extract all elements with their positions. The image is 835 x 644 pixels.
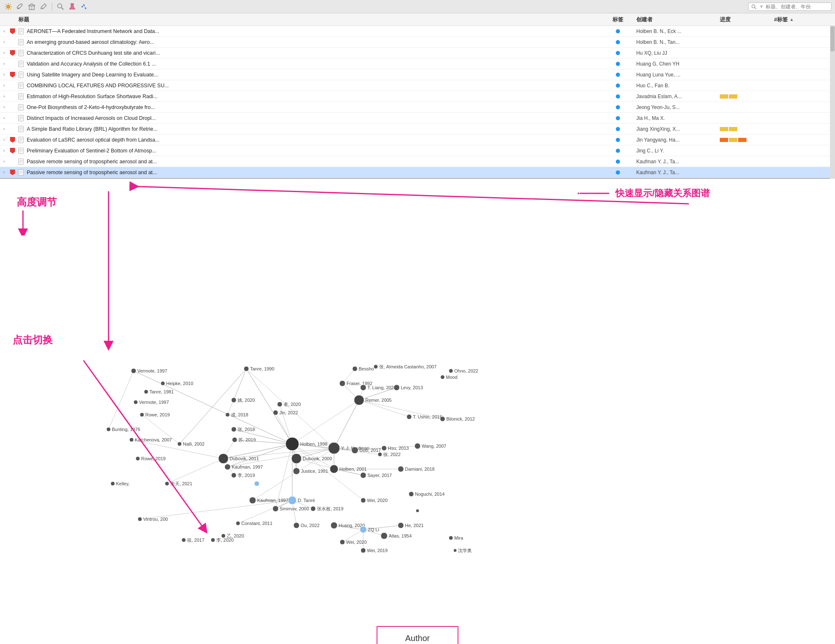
- table-row[interactable]: ›Characterization of CRCS Dunhuang test …: [0, 48, 835, 58]
- svg-point-129: [449, 369, 453, 373]
- graph-node[interactable]: 苏, 2019: [232, 437, 256, 442]
- row-expand-btn[interactable]: ›: [0, 105, 8, 109]
- graph-node[interactable]: Jin, 2022: [273, 410, 298, 415]
- pencil-icon[interactable]: [38, 2, 48, 12]
- row-expand-btn[interactable]: ›: [0, 116, 8, 120]
- graph-node[interactable]: Wang, 2007: [415, 443, 446, 449]
- graph-node[interactable]: Wei, 2020: [340, 540, 367, 545]
- graph-node[interactable]: Noguchi, 2014: [409, 492, 445, 497]
- graph-node[interactable]: D. Tanré: [288, 496, 315, 505]
- table-row[interactable]: ›Validation and Accuracy Analysis of the…: [0, 58, 835, 69]
- graph-node[interactable]: Atlas, 1954: [381, 532, 412, 539]
- graph-node[interactable]: 沈学奥: [453, 548, 472, 553]
- graph-node[interactable]: He, 2021: [398, 522, 424, 528]
- graph-node[interactable]: Dubovik, 2000: [291, 454, 332, 464]
- sun-icon[interactable]: [3, 2, 13, 12]
- graph-node[interactable]: Levy, 2013: [394, 385, 423, 390]
- graph-node[interactable]: 成, 2018: [225, 412, 248, 417]
- graph-node[interactable]: 张水枚, 2019: [311, 506, 344, 511]
- graph-node[interactable]: 张, 2018: [231, 427, 255, 432]
- graph-node[interactable]: Hsu, 2013: [382, 446, 409, 451]
- graph-node[interactable]: Wei, 2019: [361, 548, 387, 553]
- graph-node[interactable]: 朱天, 2021: [165, 481, 192, 486]
- search-input[interactable]: [766, 4, 829, 10]
- graph-node[interactable]: Bessho: [352, 366, 374, 371]
- graph-node[interactable]: Guo, 2017: [352, 447, 381, 454]
- graph-node[interactable]: 者, 2020: [277, 402, 301, 407]
- box-icon[interactable]: [27, 2, 37, 12]
- graph-node[interactable]: Bilonick, 2012: [440, 416, 475, 421]
- graph-node[interactable]: Mira: [449, 535, 463, 540]
- graph-node[interactable]: ZQ Li: [360, 526, 379, 533]
- row-expand-btn[interactable]: ›: [0, 51, 8, 55]
- search-box[interactable]: ▼: [748, 3, 832, 11]
- graph-node[interactable]: [416, 509, 419, 512]
- table-row[interactable]: ›Evaluation of LaSRC aerosol optical dep…: [0, 134, 835, 145]
- row-expand-btn[interactable]: ›: [0, 94, 8, 99]
- table-row[interactable]: ›An emerging ground-based aerosol climat…: [0, 37, 835, 48]
- graph-node[interactable]: Sayer, 2017: [360, 472, 392, 478]
- table-row[interactable]: ›AERONET—A Federated Instrument Network …: [0, 26, 835, 37]
- graph-node[interactable]: 李, 2019: [231, 473, 255, 478]
- graph-node[interactable]: [254, 481, 259, 486]
- graph-node[interactable]: Smirnov, 2000: [273, 506, 309, 512]
- graph-node[interactable]: Constant, 2011: [236, 521, 273, 526]
- graph-node[interactable]: Vermote, 1997: [134, 400, 169, 405]
- table-row[interactable]: ›COMBINING LOCAL FEATURES AND PROGRESSIV…: [0, 80, 835, 91]
- row-expand-btn[interactable]: ›: [0, 148, 8, 153]
- graph-node[interactable]: Katchenova, 2007: [129, 437, 172, 442]
- row-expand-btn[interactable]: ›: [0, 127, 8, 131]
- table-row[interactable]: ›One-Pot Biosynthesis of 2-Keto-4-hydrox…: [0, 102, 835, 113]
- flask-icon[interactable]: [67, 2, 77, 12]
- row-expand-btn[interactable]: ›: [0, 170, 8, 175]
- graph-node[interactable]: 张, Almeida Castanho, 2007: [374, 364, 437, 369]
- graph-node[interactable]: Damiani, 2018: [398, 466, 435, 472]
- graph-node[interactable]: Kaufman, 1997: [225, 464, 263, 470]
- graph-node[interactable]: Ohno, 2022: [449, 368, 478, 373]
- graph-node[interactable]: Huang, 2020: [331, 522, 365, 529]
- graph-node[interactable]: T. Ushio, 2016: [407, 414, 442, 419]
- graph-node[interactable]: Kaufman, 1997: [249, 497, 288, 504]
- row-expand-btn[interactable]: ›: [0, 29, 8, 33]
- row-expand-btn[interactable]: ›: [0, 137, 8, 142]
- graph-node[interactable]: Dubovik, 2011: [218, 454, 259, 464]
- graph-node[interactable]: Bunting, 1976: [106, 427, 140, 432]
- table-row[interactable]: ›Preliminary Evaluation of Sentinel-2 Bo…: [0, 145, 835, 156]
- graph-node[interactable]: 姚, 2020: [231, 398, 255, 403]
- magnify-icon[interactable]: [56, 2, 66, 12]
- graph-node[interactable]: 徐, 2022: [378, 452, 401, 457]
- node-label: Katchenova, 2007: [135, 437, 172, 442]
- graph-node[interactable]: 乙, 2020: [221, 533, 244, 538]
- row-expand-btn[interactable]: ›: [0, 72, 8, 77]
- row-expand-btn[interactable]: ›: [0, 159, 8, 164]
- graph-node[interactable]: Nalli, 2002: [177, 441, 205, 446]
- graph-node[interactable]: Justice, 1991: [293, 468, 328, 474]
- graph-node[interactable]: Heipke, 2010: [161, 381, 193, 386]
- graph-node[interactable]: Vintrou, 200: [138, 517, 168, 522]
- graph-node[interactable]: Wei, 2020: [361, 498, 387, 503]
- table-row[interactable]: ›Using Satellite Imagery and Deep Learni…: [0, 69, 835, 80]
- graph-node[interactable]: Ou, 2022: [294, 522, 319, 528]
- graph-node[interactable]: Mood: [440, 375, 458, 380]
- scrollbar[interactable]: [830, 26, 835, 185]
- graph-node[interactable]: Rowe, 2019: [136, 456, 166, 461]
- scrollbar-thumb[interactable]: [830, 26, 835, 51]
- row-expand-btn[interactable]: ›: [0, 83, 8, 88]
- graph-node[interactable]: 祖, 2017: [182, 538, 205, 543]
- author-box[interactable]: Author: [377, 626, 458, 644]
- wrench-icon[interactable]: [15, 2, 25, 12]
- table-row[interactable]: ›Passive remote sensing of tropospheric …: [0, 167, 835, 178]
- graph-node[interactable]: Holben, 1998: [286, 437, 327, 451]
- table-row[interactable]: ›Distinct Impacts of Increased Aerosols …: [0, 113, 835, 124]
- table-row[interactable]: ›Passive remote sensing of tropospheric …: [0, 156, 835, 167]
- graph-node[interactable]: Tanre, 1981: [144, 389, 174, 394]
- link-icon[interactable]: [79, 2, 89, 12]
- table-row[interactable]: ›Estimation of High-Resolution Surface S…: [0, 91, 835, 102]
- graph-node[interactable]: Vermote, 1997: [131, 368, 167, 373]
- relationship-graph[interactable]: Vermote, 1997Heipke, 2010Tanre, 1990Tanr…: [0, 179, 835, 644]
- row-expand-btn[interactable]: ›: [0, 61, 8, 66]
- graph-node[interactable]: Kelley,: [111, 481, 129, 486]
- row-expand-btn[interactable]: ›: [0, 40, 8, 44]
- table-row[interactable]: ›A Simple Band Ratio Library (BRL) Algor…: [0, 124, 835, 134]
- graph-node[interactable]: Remer, 2005: [354, 395, 392, 405]
